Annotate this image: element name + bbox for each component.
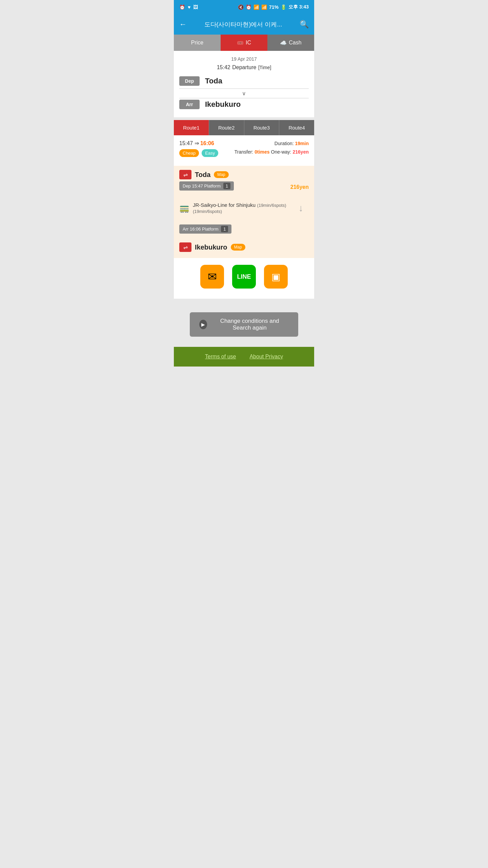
- battery-icon: 🔋: [281, 4, 286, 10]
- from-station-header: ⇌ Toda Map: [179, 170, 309, 179]
- from-station-label: Toda: [205, 77, 222, 85]
- time-summary-row: 15:47 ⇒ 16:06 Duration: 19min: [179, 140, 309, 146]
- route-content: 15:47 ⇒ 16:06 Duration: 19min Cheap Easy…: [174, 135, 314, 299]
- share-other-button[interactable]: ▣: [264, 265, 288, 289]
- from-station-icon: ⇌: [179, 170, 191, 179]
- signal-icon: 📶: [261, 4, 267, 10]
- route-tab-2[interactable]: Route2: [209, 120, 244, 135]
- train-spots: (19min/6spots): [257, 203, 286, 208]
- status-left-icons: ⏰ ♥ 🖼: [179, 4, 198, 10]
- search-icon[interactable]: 🔍: [300, 20, 309, 29]
- to-map-button[interactable]: Map: [231, 244, 245, 251]
- to-station-header: ⇌ Ikebukuro Map: [179, 242, 309, 252]
- to-station-name: Ikebukuro: [195, 243, 227, 251]
- email-icon: ✉: [208, 270, 217, 283]
- line-icon: LINE: [237, 273, 251, 280]
- route-tab-4[interactable]: Route4: [279, 120, 314, 135]
- alarm-icon: ⏰: [246, 4, 251, 10]
- app-header: ← 도다(사이타마현)에서 이케... 🔍: [174, 14, 314, 35]
- transfer-info: Transfer: 0times One-way: 216yen: [235, 149, 309, 155]
- image-icon: 🖼: [193, 4, 198, 10]
- back-button[interactable]: ←: [179, 20, 187, 29]
- clock-icon: ⏰: [179, 4, 185, 10]
- tab-bar: Price 🎟️ IC ☁️ Cash: [174, 35, 314, 51]
- train-name: JR-Saikyo-Line for Shinjuku: [193, 202, 256, 208]
- arr-time-platform: Arr 16:06 Platform 1: [179, 224, 231, 234]
- to-station-icon: ⇌: [179, 242, 191, 252]
- route-tab-3[interactable]: Route3: [244, 120, 280, 135]
- trip-date: 19 Apr 2017: [179, 56, 309, 62]
- to-station-label: Ikebukuro: [205, 100, 241, 109]
- route-price: 216yen: [290, 184, 309, 190]
- route-tab-1[interactable]: Route1: [174, 120, 209, 135]
- share-line-button[interactable]: LINE: [232, 265, 256, 289]
- search-again-section: ▶ Change conditions and Search again: [174, 299, 314, 347]
- tab-cash[interactable]: ☁️ Cash: [267, 35, 314, 51]
- footer: Terms of use About Privacy: [174, 347, 314, 367]
- dep-platform-info: Dep 15:47 Platform 1: [179, 181, 234, 193]
- page-title: 도다(사이타마현)에서 이케...: [187, 20, 300, 28]
- arr-platform-block: Arr 16:06 Platform 1: [174, 220, 314, 238]
- to-row: Arr Ikebukuro: [179, 100, 309, 109]
- cheap-badge: Cheap: [179, 149, 199, 157]
- from-map-button[interactable]: Map: [214, 171, 228, 178]
- duration-info: Duration: 19min: [274, 141, 309, 146]
- other-share-icon: ▣: [271, 271, 280, 282]
- easy-badge: Easy: [202, 149, 218, 157]
- dep-badge: Dep: [179, 76, 200, 86]
- ic-icon: 🎟️: [237, 40, 244, 46]
- from-station-block: ⇌ Toda Map Dep 15:47 Platform 1 216yen: [174, 166, 314, 197]
- departure-time-display: 15:42 Departure [Time]: [179, 63, 309, 71]
- heart-icon: ♥: [188, 4, 190, 10]
- main-card: 19 Apr 2017 15:42 Departure [Time] Dep T…: [174, 51, 314, 117]
- wifi-icon: 📶: [253, 4, 259, 10]
- share-row: ✉ LINE ▣: [179, 258, 309, 294]
- battery-percent: 71%: [269, 4, 279, 10]
- train-info-row: 🚃 JR-Saikyo-Line for Shinjuku (19min/6sp…: [179, 202, 299, 214]
- status-bar: ⏰ ♥ 🖼 🔇 ⏰ 📶 📶 71% 🔋 오후 3:43: [174, 0, 314, 14]
- train-icon: 🚃: [179, 203, 189, 213]
- route-badges: Cheap Easy: [179, 149, 218, 157]
- privacy-link[interactable]: About Privacy: [249, 354, 283, 360]
- status-right-info: 🔇 ⏰ 📶 📶 71% 🔋 오후 3:43: [238, 4, 309, 10]
- from-row: Dep Toda: [179, 76, 309, 86]
- from-station-name: Toda: [195, 171, 210, 179]
- arr-badge: Arr: [179, 100, 200, 109]
- chevron-icon: ∨: [179, 90, 309, 97]
- cash-icon: ☁️: [280, 40, 287, 46]
- mute-icon: 🔇: [238, 4, 244, 10]
- tab-ic[interactable]: 🎟️ IC: [221, 35, 267, 51]
- direction-arrow: ↓: [299, 203, 303, 214]
- share-email-button[interactable]: ✉: [200, 265, 224, 289]
- search-again-arrow-icon: ▶: [199, 320, 207, 329]
- terms-link[interactable]: Terms of use: [205, 354, 236, 360]
- search-again-button[interactable]: ▶ Change conditions and Search again: [190, 312, 298, 337]
- tab-price[interactable]: Price: [174, 35, 221, 51]
- route-tabs: Route1 Route2 Route3 Route4: [174, 120, 314, 135]
- dep-time-platform: Dep 15:47 Platform 1: [179, 181, 234, 191]
- current-time: 오후 3:43: [288, 4, 309, 10]
- route-times: 15:47 ⇒ 16:06: [179, 140, 214, 146]
- to-station-block: ⇌ Ikebukuro Map: [174, 238, 314, 258]
